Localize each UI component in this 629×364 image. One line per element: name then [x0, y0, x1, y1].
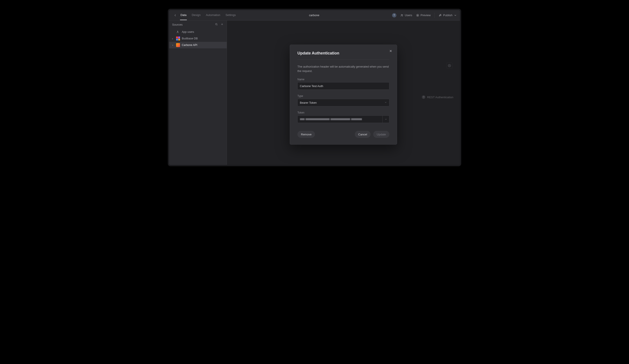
back-button[interactable] [172, 13, 178, 17]
sidebar-item-label: Carbone API [182, 44, 197, 47]
sidebar-item-budibase-db[interactable]: ▸ Budibase DB [169, 35, 227, 42]
sources-title: Sources [172, 23, 183, 26]
topbar-right: T Users Preview Publish [392, 13, 457, 18]
token-label: Token [298, 111, 389, 114]
chevron-right-icon[interactable]: ▸ [172, 37, 174, 40]
topbar: Data Design Automation Settings carbone … [169, 10, 460, 20]
app-frame: Data Design Automation Settings carbone … [168, 9, 461, 166]
modal-title: Update Authentication [298, 51, 389, 56]
field-type: Type Bearer Token [298, 94, 389, 106]
chevron-down-icon[interactable]: ▾ [172, 44, 174, 46]
modal-description: The authorization header will be automat… [298, 65, 389, 73]
sidebar: Sources App users ▸ [169, 20, 227, 165]
svg-point-8 [177, 31, 178, 32]
app-body: Sources App users ▸ [169, 20, 460, 165]
cancel-button[interactable]: Cancel [355, 131, 371, 138]
svg-line-5 [217, 25, 217, 25]
token-dropdown-button[interactable] [383, 115, 389, 123]
token-masked-value [300, 118, 362, 120]
main-panel: ? REST Authentication Update Authenticat… [227, 20, 460, 165]
type-select[interactable]: Bearer Token [298, 99, 389, 106]
budibase-logo-icon [176, 37, 180, 40]
modal-actions: Remove Cancel Update [298, 131, 389, 138]
users-icon [176, 30, 180, 34]
sidebar-item-app-users[interactable]: App users [169, 29, 227, 35]
sources-header: Sources [169, 20, 227, 29]
divider [435, 13, 435, 18]
preview-button[interactable]: Preview [416, 13, 431, 17]
users-button[interactable]: Users [400, 13, 412, 17]
sidebar-item-carbone-api[interactable]: ▾ Carbone API [169, 42, 227, 48]
name-label: Name [298, 78, 389, 81]
search-icon[interactable] [215, 23, 218, 26]
update-button[interactable]: Update [373, 131, 389, 138]
type-label: Type [298, 94, 389, 97]
type-value: Bearer Token [300, 101, 317, 104]
modal-overlay: Update Authentication The authorization … [227, 20, 460, 165]
name-input[interactable] [298, 82, 389, 90]
carbone-logo-icon [176, 43, 180, 47]
app-title: carbone [236, 13, 392, 17]
avatar[interactable]: T [392, 13, 396, 17]
update-auth-modal: Update Authentication The authorization … [290, 45, 397, 145]
tab-automation[interactable]: Automation [205, 10, 221, 20]
publish-button[interactable]: Publish [439, 13, 457, 17]
preview-label: Preview [421, 13, 431, 17]
chevron-down-icon [454, 14, 457, 17]
chevron-down-icon [384, 101, 387, 104]
field-name: Name [298, 78, 389, 90]
tab-data[interactable]: Data [180, 10, 187, 20]
svg-point-1 [402, 14, 403, 15]
token-input[interactable] [298, 115, 383, 123]
tab-settings[interactable]: Settings [225, 10, 236, 20]
svg-point-4 [215, 23, 217, 25]
remove-button[interactable]: Remove [298, 131, 315, 138]
tab-design[interactable]: Design [191, 10, 201, 20]
publish-label: Publish [443, 13, 453, 17]
add-source-icon[interactable] [221, 23, 224, 26]
top-tabs: Data Design Automation Settings [180, 10, 236, 20]
sidebar-item-label: Budibase DB [182, 37, 198, 40]
close-button[interactable] [389, 49, 393, 53]
field-token: Token [298, 111, 389, 123]
sidebar-item-label: App users [182, 30, 194, 33]
modal-divider [298, 60, 389, 60]
svg-point-0 [401, 14, 402, 15]
users-label: Users [405, 13, 412, 17]
